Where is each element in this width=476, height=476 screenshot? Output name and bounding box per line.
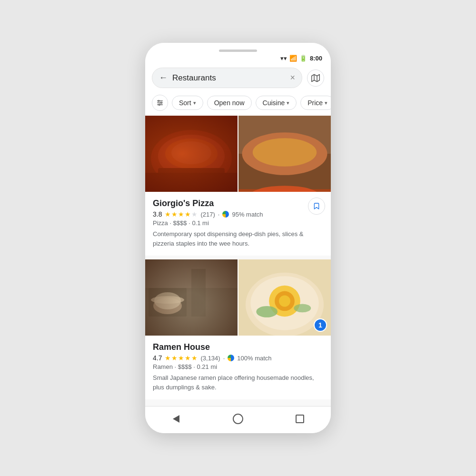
sort-filter-chip[interactable]: Sort ▾ <box>172 96 203 110</box>
svg-rect-27 <box>145 259 238 288</box>
giorgios-rating: 3.8 <box>153 210 162 218</box>
svg-point-19 <box>253 138 317 167</box>
svg-rect-22 <box>145 259 238 336</box>
ramen-images: 1 <box>145 259 331 336</box>
giorgios-description: Contemporary spot dispensing deep-dish p… <box>153 229 323 248</box>
giorgios-info: Giorgio's Pizza 3.8 ★ ★ ★ ★ ★ (217) · 95… <box>145 192 331 256</box>
sort-label: Sort <box>179 99 191 107</box>
star-2: ★ <box>171 354 178 362</box>
restaurant-card-ramen: 1 Ramen House 4.7 ★ ★ ★ ★ ★ (3,134) · <box>145 259 331 399</box>
restaurant-card-giorgios: Giorgio's Pizza 3.8 ★ ★ ★ ★ ★ (217) · 95… <box>145 116 331 256</box>
svg-point-26 <box>154 292 181 309</box>
home-circle-icon <box>233 414 243 424</box>
status-time: 8:00 <box>310 55 322 62</box>
svg-point-34 <box>279 296 290 307</box>
ramen-review-count: (3,134) <box>200 355 220 362</box>
cuisine-chevron-icon: ▾ <box>287 100 289 106</box>
ramen-image-left[interactable] <box>145 259 238 336</box>
open-now-filter-chip[interactable]: Open now <box>207 96 252 110</box>
ramen-name[interactable]: Ramen House <box>153 342 323 352</box>
dot-separator: · <box>218 211 220 218</box>
recents-square-icon <box>296 415 304 423</box>
results-list: Giorgio's Pizza 3.8 ★ ★ ★ ★ ★ (217) · 95… <box>145 116 331 406</box>
phone-notch <box>145 43 331 52</box>
open-now-label: Open now <box>214 99 245 107</box>
svg-rect-24 <box>153 298 182 314</box>
giorgios-match: 95% match <box>232 211 263 218</box>
phone-frame: ▾▾ 📶 🔋 8:00 ← Restaurants × <box>145 43 331 433</box>
filter-settings-button[interactable] <box>152 95 168 111</box>
star-5-empty: ★ <box>191 210 198 218</box>
svg-point-25 <box>151 296 184 304</box>
price-chevron-icon: ▾ <box>325 100 327 106</box>
dot-separator-2: · <box>223 355 225 362</box>
svg-point-10 <box>151 130 232 187</box>
battery-icon: 🔋 <box>299 55 307 62</box>
bottom-navigation <box>145 406 331 433</box>
giorgios-images <box>145 116 331 192</box>
svg-point-13 <box>171 141 211 164</box>
map-view-button[interactable] <box>307 69 324 87</box>
svg-point-11 <box>158 135 225 178</box>
ramen-stars: ★ ★ ★ ★ ★ <box>165 354 198 362</box>
svg-rect-28 <box>191 269 206 317</box>
ramen-description: Small Japanese ramen place offering hous… <box>153 373 323 392</box>
giorgios-image-left[interactable] <box>145 116 238 192</box>
svg-rect-23 <box>149 288 187 317</box>
giorgios-image-right[interactable] <box>238 116 331 192</box>
star-1: ★ <box>165 354 171 362</box>
giorgios-rating-row: 3.8 ★ ★ ★ ★ ★ (217) · 95% match <box>153 210 323 218</box>
star-3: ★ <box>178 210 184 218</box>
wifi-icon: ▾▾ <box>280 55 287 62</box>
ramen-match: 100% match <box>237 355 271 362</box>
ramen-match-dot <box>228 355 234 361</box>
ramen-info: Ramen House 4.7 ★ ★ ★ ★ ★ (3,134) · 100%… <box>145 336 331 399</box>
status-bar: ▾▾ 📶 🔋 8:00 <box>145 52 331 64</box>
nav-back-button[interactable] <box>169 412 183 426</box>
giorgios-review-count: (217) <box>200 211 215 218</box>
svg-point-36 <box>294 304 311 312</box>
giorgios-meta: Pizza · $$$$ · 0.1 mi <box>153 219 323 227</box>
svg-marker-37 <box>173 415 179 423</box>
svg-rect-9 <box>145 116 238 192</box>
price-filter-chip[interactable]: Price ▾ <box>300 96 331 110</box>
status-icons: ▾▾ 📶 🔋 <box>280 55 307 62</box>
svg-point-35 <box>256 306 278 317</box>
star-4-half: ★ <box>185 210 191 218</box>
giorgios-name[interactable]: Giorgio's Pizza <box>153 198 323 208</box>
nav-recents-button[interactable] <box>293 412 307 426</box>
ramen-meta: Ramen · $$$$ · 0.21 mi <box>153 363 323 370</box>
cuisine-filter-chip[interactable]: Cuisine ▾ <box>256 96 297 110</box>
search-bar: ← Restaurants × <box>145 64 331 93</box>
giorgios-save-button[interactable] <box>308 198 325 215</box>
filter-bar: Sort ▾ Open now Cuisine ▾ Price ▾ <box>145 93 331 116</box>
ramen-image-right[interactable]: 1 <box>238 259 331 336</box>
star-5-half: ★ <box>191 354 198 362</box>
svg-point-7 <box>160 102 162 104</box>
ramen-badge: 1 <box>314 318 327 332</box>
star-2: ★ <box>171 210 178 218</box>
search-box[interactable]: ← Restaurants × <box>152 68 302 88</box>
svg-point-12 <box>165 139 218 169</box>
cuisine-label: Cuisine <box>263 99 285 107</box>
price-label: Price <box>307 99 323 107</box>
star-4: ★ <box>185 354 191 362</box>
svg-point-6 <box>158 100 159 102</box>
star-1: ★ <box>165 210 171 218</box>
svg-point-8 <box>159 104 160 106</box>
giorgios-match-dot <box>222 211 229 218</box>
sort-chevron-icon: ▾ <box>193 100 196 106</box>
back-button[interactable]: ← <box>159 73 168 83</box>
svg-rect-14 <box>158 168 225 182</box>
star-3: ★ <box>178 354 184 362</box>
ramen-rating-row: 4.7 ★ ★ ★ ★ ★ (3,134) · 100% match <box>153 354 323 362</box>
nav-home-button[interactable] <box>231 412 245 426</box>
clear-search-button[interactable]: × <box>290 73 295 83</box>
giorgios-stars: ★ ★ ★ ★ ★ <box>165 210 198 218</box>
search-query: Restaurants <box>172 73 285 83</box>
svg-rect-15 <box>145 173 238 192</box>
ramen-rating: 4.7 <box>153 354 162 362</box>
svg-marker-0 <box>312 74 320 81</box>
signal-icon: 📶 <box>289 55 297 62</box>
